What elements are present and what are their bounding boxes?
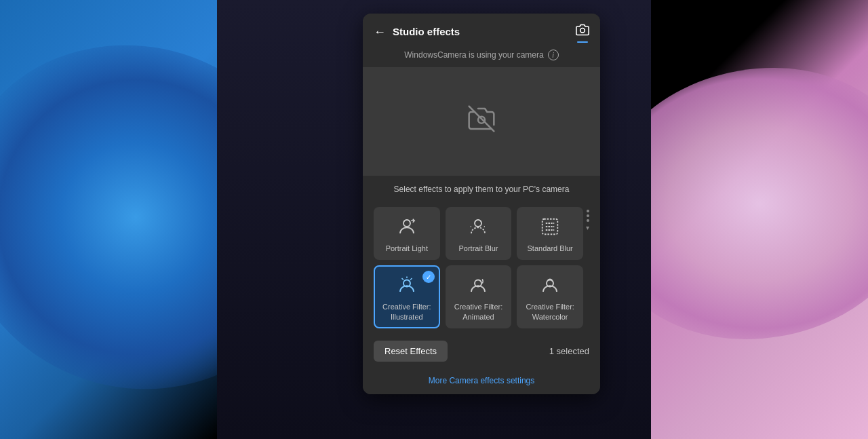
svg-point-0 [580, 28, 585, 33]
effect-card-standard-blur[interactable]: Standard Blur ✓ [517, 207, 583, 260]
standard-blur-label: Standard Blur [528, 244, 573, 253]
portrait-light-label: Portrait Light [386, 244, 428, 253]
creative-animated-icon [468, 275, 488, 298]
panel-header: ← Studio effects [363, 14, 600, 45]
creative-watercolor-label: Creative Filter: Watercolor [524, 302, 576, 322]
header-left: ← Studio effects [374, 26, 460, 38]
info-icon[interactable]: i [548, 50, 559, 60]
effects-grid-wrapper: Portrait Light ✓ Portrait Blur ✓ [363, 202, 600, 334]
standard-blur-icon [540, 216, 560, 240]
svg-point-4 [475, 220, 481, 227]
effect-card-creative-animated[interactable]: Creative Filter: Animated ✓ [446, 265, 512, 328]
creative-watercolor-icon [540, 275, 560, 298]
more-settings-link[interactable]: More Camera effects settings [429, 376, 535, 385]
creative-animated-label: Creative Filter: Animated [452, 302, 505, 322]
creative-illustrated-icon [397, 275, 417, 298]
creative-illustrated-label: Creative Filter: Illustrated [380, 302, 433, 322]
camera-settings-button[interactable] [576, 23, 589, 40]
studio-effects-panel: ← Studio effects WindowsCamera is using … [363, 14, 600, 394]
more-settings: More Camera effects settings [363, 370, 600, 394]
svg-point-3 [403, 220, 410, 227]
portrait-light-icon [397, 216, 417, 240]
selected-count: 1 selected [549, 346, 589, 356]
back-button[interactable]: ← [374, 26, 386, 38]
scroll-dot-3 [587, 219, 589, 222]
portrait-blur-icon [468, 216, 488, 240]
svg-line-1 [469, 106, 494, 131]
portrait-blur-label: Portrait Blur [458, 244, 498, 253]
effect-card-creative-illustrated[interactable]: Creative Filter: Illustrated ✓ [374, 265, 440, 328]
notification-bar: WindowsCamera is using your camera i [363, 45, 600, 67]
effect-card-creative-watercolor[interactable]: Creative Filter: Watercolor ✓ [517, 265, 583, 328]
effect-card-portrait-light[interactable]: Portrait Light ✓ [374, 207, 440, 260]
creative-illustrated-check: ✓ [422, 271, 435, 283]
scroll-down-arrow[interactable]: ▾ [586, 224, 589, 231]
notification-text: WindowsCamera is using your camera [404, 50, 543, 60]
effect-card-portrait-blur[interactable]: Portrait Blur ✓ [446, 207, 512, 260]
panel-title: Studio effects [393, 26, 460, 37]
footer-bar: Reset Effects 1 selected [363, 334, 600, 370]
camera-preview [363, 67, 600, 176]
scrollbar-area: ▾ [586, 207, 589, 231]
scroll-dot-2 [587, 214, 589, 217]
scroll-dot-1 [587, 210, 589, 212]
no-camera-icon [468, 105, 495, 138]
effects-description: Select effects to apply them to your PC'… [363, 176, 600, 202]
effects-description-text: Select effects to apply them to your PC'… [394, 185, 570, 194]
effects-grid: Portrait Light ✓ Portrait Blur ✓ [374, 207, 583, 328]
reset-effects-button[interactable]: Reset Effects [374, 341, 448, 362]
